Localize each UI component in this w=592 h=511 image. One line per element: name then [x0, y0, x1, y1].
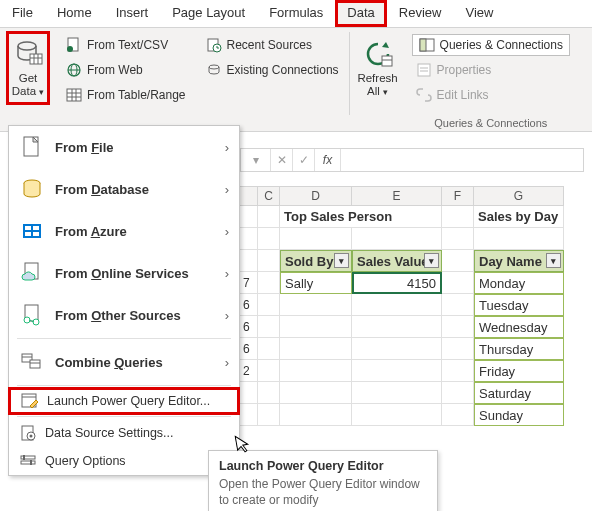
queries-connections-button[interactable]: Queries & Connections [412, 34, 570, 56]
cell-day[interactable]: Wednesday [474, 316, 564, 338]
filter-dropdown-icon[interactable]: ▾ [424, 253, 439, 268]
tab-page-layout[interactable]: Page Layout [160, 0, 257, 27]
combine-icon [19, 349, 45, 375]
tooltip-desc: Open the Power Query Editor window to cr… [219, 477, 427, 508]
get-data-label2: Data ▾ [12, 85, 45, 98]
from-azure-item[interactable]: From Azure › [9, 210, 239, 252]
tab-home[interactable]: Home [45, 0, 104, 27]
query-options-item[interactable]: Query Options [9, 447, 239, 475]
svg-point-6 [67, 46, 73, 52]
combine-queries-item[interactable]: Combine Queries › [9, 341, 239, 383]
refresh-icon [362, 38, 394, 70]
cell-day[interactable]: Monday [474, 272, 564, 294]
group-label-queries: Queries & Connections [412, 117, 570, 131]
chevron-right-icon: › [225, 182, 229, 197]
chevron-right-icon: › [225, 266, 229, 281]
get-data-label1: Get [19, 72, 38, 85]
sales-value-header[interactable]: Sales Value▾ [352, 250, 442, 272]
editor-icon [21, 392, 39, 410]
from-text-csv-button[interactable]: From Text/CSV [62, 34, 190, 56]
svg-rect-50 [23, 455, 25, 460]
tab-file[interactable]: File [0, 0, 45, 27]
svg-point-47 [30, 435, 33, 438]
cell-sales-value[interactable]: 4150 [352, 272, 442, 294]
svg-point-17 [209, 65, 219, 69]
chevron-right-icon: › [225, 308, 229, 323]
svg-rect-30 [25, 226, 31, 230]
svg-rect-51 [30, 460, 32, 465]
ribbon-tabs: File Home Insert Page Layout Formulas Da… [0, 0, 592, 28]
recent-icon [206, 37, 222, 53]
table-icon [66, 87, 82, 103]
from-table-range-button[interactable]: From Table/Range [62, 84, 190, 106]
tab-review[interactable]: Review [387, 0, 454, 27]
sales-by-day-title[interactable]: Sales by Day [474, 206, 564, 228]
chevron-right-icon: › [225, 140, 229, 155]
options-icon [19, 452, 37, 470]
svg-point-0 [18, 42, 36, 50]
col-header-d[interactable]: D [280, 186, 352, 206]
get-data-dropdown: From File › From Database › From Azure ›… [8, 125, 240, 476]
enter-formula[interactable]: ✓ [293, 149, 315, 171]
top-sales-title[interactable]: Top Sales Person [280, 206, 352, 228]
from-web-button[interactable]: From Web [62, 59, 190, 81]
chevron-right-icon: › [225, 355, 229, 370]
queries-icon [419, 37, 435, 53]
svg-rect-32 [25, 232, 31, 236]
cell-day[interactable]: Friday [474, 360, 564, 382]
sold-by-header[interactable]: Sold By▾ [280, 250, 352, 272]
data-source-settings-item[interactable]: Data Source Settings... [9, 419, 239, 447]
name-box-dropdown[interactable]: ▾ [241, 149, 271, 171]
refresh-all-button[interactable]: Refresh All ▾ [356, 31, 400, 105]
cell-day[interactable]: Sunday [474, 404, 564, 426]
filter-dropdown-icon[interactable]: ▾ [334, 253, 349, 268]
tab-data[interactable]: Data [335, 0, 386, 27]
cell-day[interactable]: Tuesday [474, 294, 564, 316]
from-other-sources-item[interactable]: From Other Sources › [9, 294, 239, 336]
existing-connections-button[interactable]: Existing Connections [202, 59, 343, 81]
get-data-button[interactable]: Get Data ▾ [6, 31, 50, 105]
svg-marker-18 [382, 42, 389, 48]
spreadsheet-grid[interactable]: C D E F G Top Sales Person Sales by Day … [240, 186, 592, 426]
launch-power-query-editor-item[interactable]: Launch Power Query Editor... [8, 387, 240, 415]
tab-insert[interactable]: Insert [104, 0, 161, 27]
col-header-e[interactable]: E [352, 186, 442, 206]
svg-rect-33 [33, 232, 39, 236]
svg-rect-49 [21, 461, 35, 464]
formula-bar: ▾ ✕ ✓ fx [240, 148, 584, 172]
properties-button: Properties [412, 59, 570, 81]
day-name-header[interactable]: Day Name▾ [474, 250, 564, 272]
col-header-g[interactable]: G [474, 186, 564, 206]
svg-rect-19 [382, 56, 392, 66]
svg-rect-10 [67, 89, 81, 101]
database-icon [12, 38, 44, 70]
col-header-f[interactable]: F [442, 186, 474, 206]
cloud-icon [19, 260, 45, 286]
azure-icon [19, 218, 45, 244]
edit-links-button: Edit Links [412, 84, 570, 106]
other-sources-icon [19, 302, 45, 328]
recent-sources-button[interactable]: Recent Sources [202, 34, 343, 56]
cancel-formula[interactable]: ✕ [271, 149, 293, 171]
connections-icon [206, 62, 222, 78]
cell-day[interactable]: Saturday [474, 382, 564, 404]
from-database-item[interactable]: From Database › [9, 168, 239, 210]
svg-rect-1 [30, 54, 42, 64]
fx-button[interactable]: fx [315, 149, 341, 171]
tab-formulas[interactable]: Formulas [257, 0, 335, 27]
globe-icon [66, 62, 82, 78]
ribbon-body: Get Data ▾ From Text/CSV From Web From T… [0, 28, 592, 132]
tab-view[interactable]: View [453, 0, 505, 27]
cell-sold-by[interactable]: Sally [280, 272, 352, 294]
from-file-item[interactable]: From File › [9, 126, 239, 168]
properties-icon [416, 62, 432, 78]
cell-day[interactable]: Thursday [474, 338, 564, 360]
file-csv-icon [66, 37, 82, 53]
database-icon [19, 176, 45, 202]
svg-rect-23 [418, 64, 430, 76]
filter-dropdown-icon[interactable]: ▾ [546, 253, 561, 268]
tooltip: Launch Power Query Editor Open the Power… [208, 450, 438, 511]
from-online-services-item[interactable]: From Online Services › [9, 252, 239, 294]
file-icon [19, 134, 45, 160]
col-header-c[interactable]: C [258, 186, 280, 206]
